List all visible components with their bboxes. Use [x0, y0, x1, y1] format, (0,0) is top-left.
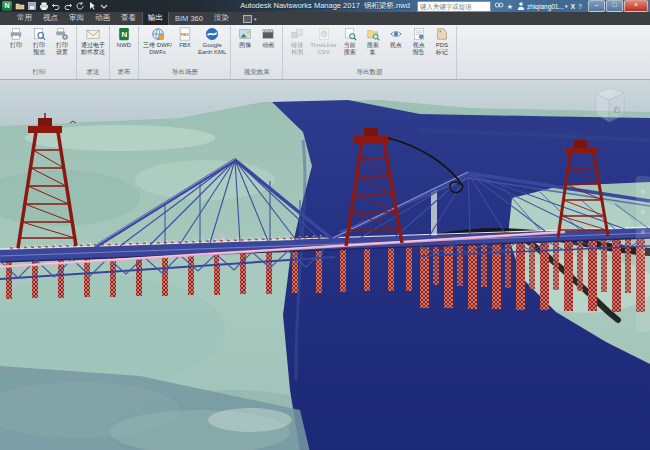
viewcube[interactable]: 右 [596, 88, 624, 122]
export-pds-tags-button[interactable]: PDS 标记 [431, 26, 453, 55]
ribbon-minimize-caret-icon[interactable]: ▾ [254, 16, 257, 22]
viewpoint-report-icon [412, 27, 426, 41]
tab-home[interactable]: 常用 [12, 12, 37, 25]
search-sets-icon [366, 27, 380, 41]
timeliner-csv-icon [317, 27, 331, 41]
maximize-button[interactable]: □ [606, 0, 623, 12]
title-bar: N Autodesk Navisworks Manage 2017 钢桁梁桥.n… [0, 0, 650, 12]
send-email-button[interactable]: 通过电子 邮件发送 [80, 26, 106, 55]
image-icon [238, 27, 252, 41]
google-earth-icon [205, 27, 219, 41]
export-current-search-button[interactable]: 当前 搜索 [339, 26, 361, 55]
svg-text:N: N [121, 30, 127, 39]
email-icon [86, 27, 100, 41]
print-icon[interactable] [39, 1, 49, 11]
favorites-star-icon[interactable]: ★ [507, 2, 513, 11]
minimize-button[interactable]: – [588, 0, 605, 12]
fbx-icon: FBX [178, 27, 192, 41]
ribbon-display-controls: ▾ [243, 15, 257, 25]
print-preview-button[interactable]: 打印 预览 [28, 26, 50, 55]
export-google-earth-button[interactable]: Google Earth KML [197, 26, 227, 55]
print-button[interactable]: 打印 [5, 26, 27, 49]
tab-bim360[interactable]: BIM 360 [170, 13, 208, 25]
3d-scene-viewport[interactable]: 右 [0, 80, 650, 450]
user-icon [516, 1, 526, 11]
close-button[interactable]: × [624, 0, 648, 12]
viewpoints-icon [389, 27, 403, 41]
export-search-sets-button[interactable]: 搜索 集 [362, 26, 384, 55]
export-viewpoint-report-button[interactable]: 视点 报告 [408, 26, 430, 55]
svg-text:FBX: FBX [181, 32, 189, 37]
help-icon[interactable]: ? [578, 2, 582, 11]
group-label-export-data: 导出数据 [286, 67, 452, 79]
navisworks-window: N Autodesk Navisworks Manage 2017 钢桁梁桥.n… [0, 0, 650, 450]
redo-icon[interactable] [63, 1, 73, 11]
export-image-button[interactable]: 图像 [234, 26, 256, 49]
group-label-publish: 发布 [113, 67, 135, 79]
ribbon-panel-icon[interactable] [243, 15, 252, 23]
tab-viewpoint[interactable]: 视点 [38, 12, 63, 25]
printer-icon [9, 27, 23, 41]
export-timeliner-csv-button: TimeLiner CSV [309, 26, 337, 55]
application-menu-button[interactable]: N [2, 1, 12, 11]
group-label-visuals: 视觉效果 [234, 67, 279, 79]
document-title: 钢桁梁桥.nwd [364, 1, 410, 10]
tab-output[interactable]: 输出 [142, 11, 169, 25]
exchange-apps-icon[interactable]: X [570, 2, 575, 11]
print-preview-icon [32, 27, 46, 41]
quick-access-toolbar [15, 1, 109, 11]
export-dwf-button[interactable]: 三维 DWF/ DWFx [142, 26, 173, 55]
ribbon-tab-bar: 常用 视点 审阅 动画 查看 输出 BIM 360 渲染 ▾ [0, 12, 650, 25]
group-label-print: 打印 [5, 67, 73, 79]
print-settings-button[interactable]: 打印 设置 [51, 26, 73, 55]
group-send: 通过电子 邮件发送 发送 [77, 26, 110, 79]
infocenter: ★ zhiqiang01... ▾ X ? – □ × [417, 0, 648, 12]
sign-in-label: zhiqiang01... [527, 3, 564, 10]
window-controls: – □ × [588, 0, 648, 12]
viewcube-face-label: 右 [613, 105, 621, 114]
ribbon-empty-space [457, 26, 650, 79]
undo-icon[interactable] [51, 1, 61, 11]
export-animation-button[interactable]: 动画 [257, 26, 279, 49]
publish-nwd-button[interactable]: N NWD [113, 26, 135, 49]
clash-tests-icon [290, 27, 304, 41]
export-viewpoints-button[interactable]: 视点 [385, 26, 407, 49]
group-publish: N NWD 发布 [110, 26, 139, 79]
navigation-bar[interactable] [636, 176, 650, 332]
export-fbx-button[interactable]: FBX FBX [174, 26, 196, 49]
select-icon[interactable] [87, 1, 97, 11]
group-label-export-scene: 导出场景 [142, 67, 227, 79]
group-export-scene: 三维 DWF/ DWFx FBX FBX Google Earth KML 导出… [139, 26, 231, 79]
infocenter-search-input[interactable] [417, 1, 491, 12]
app-title: Autodesk Navisworks Manage 2017 [240, 1, 360, 10]
group-visuals: 图像 动画 视觉效果 [231, 26, 283, 79]
group-export-data: 碰撞 检测 TimeLiner CSV 当前 搜索 搜索 集 视点 [283, 26, 456, 79]
search-dropdown-icon[interactable] [494, 1, 504, 11]
group-label-send: 发送 [80, 67, 106, 79]
current-search-icon [343, 27, 357, 41]
sign-in-button[interactable]: zhiqiang01... ▾ [516, 1, 567, 11]
dwf-globe-icon [151, 27, 165, 41]
export-clash-tests-button: 碰撞 检测 [286, 26, 308, 55]
qat-more-icon[interactable] [99, 1, 109, 11]
print-settings-icon [55, 27, 69, 41]
pds-tag-icon [435, 27, 449, 41]
animation-icon [261, 27, 275, 41]
save-icon[interactable] [27, 1, 37, 11]
ribbon-output-panel: 打印 打印 预览 打印 设置 打印 通过电子 邮件发送 发送 [0, 25, 650, 80]
refresh-icon[interactable] [75, 1, 85, 11]
tab-review[interactable]: 审阅 [64, 12, 89, 25]
tab-view[interactable]: 查看 [116, 12, 141, 25]
nwd-icon: N [117, 27, 131, 41]
group-print: 打印 打印 预览 打印 设置 打印 [2, 26, 77, 79]
open-icon[interactable] [15, 1, 25, 11]
sign-in-caret-icon: ▾ [565, 3, 568, 9]
tab-render[interactable]: 渲染 [209, 12, 234, 25]
tab-animation[interactable]: 动画 [90, 12, 115, 25]
